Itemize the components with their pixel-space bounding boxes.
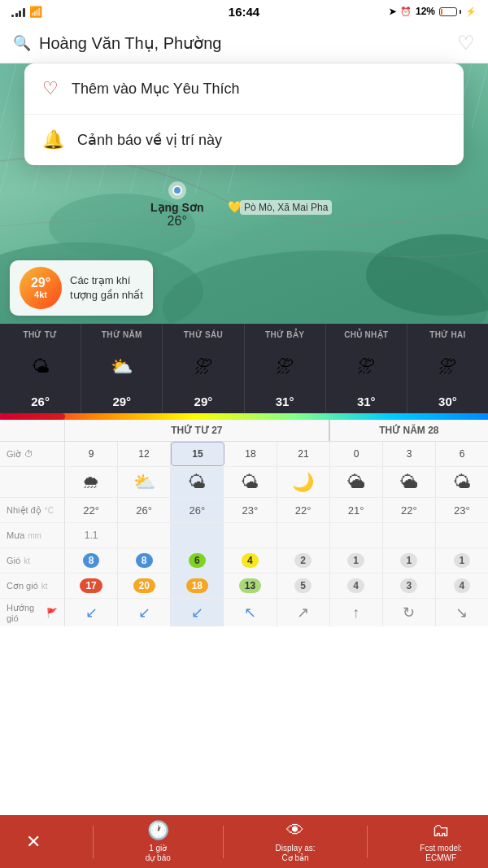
svg-line-19 bbox=[472, 63, 488, 129]
signal-bar-3 bbox=[19, 11, 21, 17]
wx-icon-2: 🌤 bbox=[171, 467, 224, 497]
wind-dir-label-text: Hướng gió bbox=[7, 603, 43, 623]
day-header-row: THỨ TƯ 27 THỨ NĂM 28 bbox=[0, 420, 488, 442]
slider-indicator bbox=[0, 413, 65, 420]
map-sublabel: Pò Mò, Xã Mai Pha bbox=[240, 200, 332, 215]
station-temp: 29° bbox=[31, 277, 50, 290]
hour-3: 3 bbox=[383, 442, 436, 466]
wx-icon-5: 🌥 bbox=[330, 467, 383, 497]
forecast-icon-4: ⛈ bbox=[357, 356, 375, 377]
svg-point-1 bbox=[163, 251, 488, 324]
forecast-day-2[interactable]: THỨ SÁU ⛈ 29° bbox=[163, 324, 244, 413]
temp-label: Nhiệt độ °C bbox=[0, 498, 65, 522]
rain-label: Mưa mm bbox=[0, 523, 65, 547]
forecast-temp-4: 31° bbox=[357, 395, 376, 408]
gust-0: 17 bbox=[65, 574, 118, 598]
signal-bar-1 bbox=[11, 15, 14, 17]
forecast-day-name-0: THỨ TƯ bbox=[24, 330, 58, 339]
signal-bar-4 bbox=[23, 8, 25, 17]
gust-2: 18 bbox=[171, 574, 224, 598]
dir-4: ↗ bbox=[277, 599, 330, 626]
gust-label-text: Cơn gió bbox=[7, 581, 38, 591]
map-dot-inner bbox=[172, 185, 182, 195]
wind-4: 2 bbox=[277, 548, 330, 573]
forecast-day-name-5: THỨ HAI bbox=[429, 330, 465, 339]
search-bar[interactable]: 🔍 Hoàng Văn Thụ, Phường ♡ bbox=[0, 23, 488, 63]
dir-5: ↑ bbox=[330, 599, 383, 626]
forecast-temp-0: 26° bbox=[31, 395, 50, 408]
temp-1: 26° bbox=[118, 498, 171, 522]
battery-tip bbox=[460, 10, 461, 14]
gust-unit: kt bbox=[41, 582, 48, 591]
battery-body bbox=[439, 7, 457, 16]
forecast-day-name-2: THỨ SÁU bbox=[184, 330, 223, 339]
toolbar-divider-1 bbox=[93, 826, 94, 858]
svg-line-20 bbox=[0, 129, 16, 194]
layers-icon: 🗂 bbox=[432, 820, 450, 841]
gust-6: 3 bbox=[383, 574, 436, 598]
forecast-label: 1 giờdự báo bbox=[146, 844, 171, 863]
svg-point-2 bbox=[366, 234, 488, 316]
rain-6 bbox=[383, 523, 436, 547]
hour-6: 6 bbox=[436, 442, 488, 466]
svg-line-4 bbox=[0, 63, 16, 129]
forecast-button[interactable]: 🕐 1 giờdự báo bbox=[146, 820, 171, 863]
weather-icon-label bbox=[0, 467, 65, 497]
wind-dir-icon: 🚩 bbox=[46, 608, 58, 618]
gust-row: Cơn gió kt 17 20 18 13 5 4 3 4 bbox=[0, 574, 488, 599]
close-icon: ✕ bbox=[26, 831, 41, 853]
search-text[interactable]: Hoàng Văn Thụ, Phường bbox=[39, 33, 449, 53]
temp-2: 26° bbox=[171, 498, 224, 522]
display-button[interactable]: 👁 Display as:Display as: Cơ bảnCơ bản bbox=[276, 820, 316, 863]
hourly-section: THỨ TƯ 27 THỨ NĂM 28 Giờ ⏱ 9 12 15 18 21… bbox=[0, 420, 488, 626]
map-city-name: Lạng Sơn bbox=[150, 201, 203, 214]
rain-4 bbox=[277, 523, 330, 547]
favorite-button[interactable]: ♡ bbox=[457, 32, 475, 55]
charging-icon: ⚡ bbox=[465, 7, 477, 17]
wind-3: 4 bbox=[224, 548, 277, 573]
forecast-day-0[interactable]: THỨ TƯ 🌤 26° bbox=[0, 324, 81, 413]
forecast-day-name-1: THỨ NĂM bbox=[102, 330, 142, 339]
forecast-temp-1: 29° bbox=[112, 395, 131, 408]
add-favorite-item[interactable]: ♡ Thêm vào Mục Yêu Thích bbox=[24, 63, 464, 115]
alert-location-item[interactable]: 🔔 Cảnh báo về vị trí này bbox=[24, 115, 464, 165]
hour-label-text: Giờ bbox=[7, 449, 21, 460]
wind-5: 1 bbox=[330, 548, 383, 573]
wind-label-text: Gió bbox=[7, 556, 20, 565]
forecast-day-1[interactable]: THỨ NĂM ⛅ 29° bbox=[81, 324, 163, 413]
forecast-day-5[interactable]: THỨ HAI ⛈ 30° bbox=[407, 324, 488, 413]
wifi-icon: 📶 bbox=[29, 6, 42, 18]
temp-row: Nhiệt độ °C 22° 26° 26° 23° 22° 21° 22° … bbox=[0, 498, 488, 523]
temp-5: 21° bbox=[330, 498, 383, 522]
temp-6: 22° bbox=[383, 498, 436, 522]
temp-label-text: Nhiệt độ bbox=[7, 505, 41, 516]
location-icon: ➤ bbox=[389, 7, 396, 17]
forecast-temp-5: 30° bbox=[438, 395, 457, 408]
gust-4: 5 bbox=[277, 574, 330, 598]
close-button[interactable]: ✕ bbox=[26, 831, 41, 853]
wx-icon-6: 🌥 bbox=[383, 467, 436, 497]
wind-label: Gió kt bbox=[0, 548, 65, 573]
status-bar: 📶 16:44 ➤ ⏰ 12% ⚡ bbox=[0, 0, 488, 23]
rain-label-text: Mưa bbox=[7, 530, 24, 541]
signal-bars bbox=[11, 7, 25, 17]
forecast-icon-1: ⛅ bbox=[111, 356, 133, 377]
rain-0: 1.1 bbox=[65, 523, 118, 547]
hour-0: 0 bbox=[330, 442, 383, 466]
temp-slider[interactable] bbox=[0, 413, 488, 420]
wind-0: 8 bbox=[65, 548, 118, 573]
gust-3: 13 bbox=[224, 574, 277, 598]
forecast-day-4[interactable]: CHỦ NHẬT ⛈ 31° bbox=[326, 324, 407, 413]
forecast-day-3[interactable]: THỨ BẢY ⛈ 31° bbox=[245, 324, 326, 413]
fcst-button[interactable]: 🗂 Fcst model:ECMWF bbox=[420, 820, 462, 863]
display-label: Display as:Display as: Cơ bảnCơ bản bbox=[276, 844, 316, 863]
wx-icon-3: 🌤 bbox=[224, 467, 277, 497]
wind-dir-label: Hướng gió 🚩 bbox=[0, 599, 65, 626]
battery-icon bbox=[439, 7, 461, 16]
forecast-icon-5: ⛈ bbox=[438, 356, 456, 377]
hour-12: 12 bbox=[118, 442, 171, 466]
battery-fill bbox=[441, 9, 442, 15]
forecast-day-name-4: CHỦ NHẬT bbox=[344, 330, 388, 339]
signal-bar-2 bbox=[15, 13, 18, 17]
heart-icon: ♡ bbox=[42, 78, 59, 99]
